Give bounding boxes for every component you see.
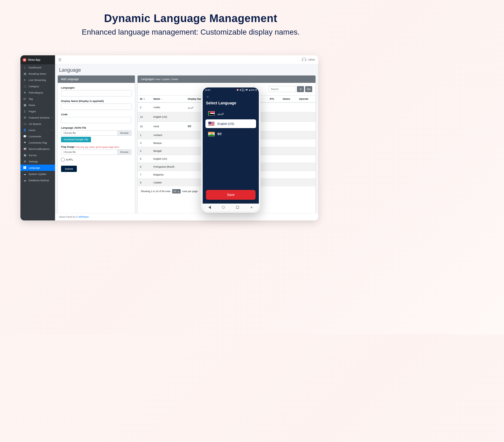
column-header[interactable]: Operate bbox=[297, 96, 315, 103]
is-rtl-checkbox[interactable] bbox=[61, 158, 65, 161]
sidebar-item-breaking-news[interactable]: ▤Breaking News bbox=[20, 71, 55, 77]
add-card-header: Add Language bbox=[58, 75, 135, 83]
rows-per-page-label: rows per page bbox=[182, 190, 198, 193]
app-name: News App bbox=[28, 58, 40, 61]
sidebar-item-comments[interactable]: 💬Comments bbox=[20, 133, 55, 140]
column-header[interactable]: RTL bbox=[267, 96, 280, 103]
refresh-icon: ⟲ bbox=[299, 88, 302, 91]
subcategory-icon: ≋ bbox=[23, 91, 26, 94]
flag-file-input[interactable]: Choose file Browse bbox=[61, 149, 132, 155]
chevron-left-icon: ‹ bbox=[51, 116, 52, 119]
nav-back-icon[interactable] bbox=[208, 206, 211, 209]
stream-icon: ≡ bbox=[23, 78, 26, 81]
cell-id: 1 bbox=[138, 131, 151, 139]
flag-browse-button[interactable]: Browse bbox=[117, 149, 132, 155]
flag-icon bbox=[208, 122, 215, 126]
hero-subtitle: Enhanced language management: Customizab… bbox=[0, 28, 381, 37]
download-sample-button[interactable]: Download Sample File bbox=[61, 137, 91, 142]
code-input[interactable] bbox=[61, 117, 132, 123]
update-icon: ☁ bbox=[23, 172, 26, 175]
is-rtl-row[interactable]: Is RTL bbox=[61, 158, 132, 161]
sidebar-item-news[interactable]: ▦News bbox=[20, 102, 55, 108]
sidebar-item-dashboard[interactable]: ⌂Dashboard bbox=[20, 64, 55, 71]
language-option[interactable]: English (US) bbox=[205, 119, 256, 128]
sidebar-item-label: News bbox=[29, 104, 35, 107]
phone-status-bar: 10:54 ⏰ ▮ 20.0KB/S ☎ ◢ 85% ▮ bbox=[203, 87, 259, 92]
sidebar-item-settings[interactable]: ⚙Settings‹ bbox=[20, 158, 55, 165]
cell-status bbox=[280, 131, 296, 139]
cell-rtl bbox=[267, 179, 280, 187]
sidebar-item-label: Pages bbox=[29, 110, 36, 113]
sidebar-item-ad-spaces[interactable]: ▭Ad Spaces bbox=[20, 121, 55, 127]
back-button[interactable]: ← bbox=[206, 95, 256, 99]
settings-icon: ⚙ bbox=[23, 160, 26, 163]
user-menu[interactable]: Admin bbox=[302, 57, 315, 62]
sidebar-item-category[interactable]: ⬚Category bbox=[20, 83, 55, 89]
hamburger-icon[interactable]: ☰ bbox=[58, 58, 62, 62]
column-header[interactable]: Status bbox=[280, 96, 296, 103]
sidebar-item-send-notifications[interactable]: 📢Send Notifications bbox=[20, 146, 55, 152]
cell-status bbox=[280, 139, 296, 147]
sidebar-item-subcategory[interactable]: ≋Subcategory bbox=[20, 89, 55, 96]
column-header[interactable]: Name⇅ bbox=[151, 96, 185, 103]
footer-link[interactable]: WRTeam bbox=[79, 216, 89, 218]
cell-id: 2 bbox=[138, 102, 151, 112]
submit-button[interactable]: Submit bbox=[61, 166, 77, 172]
display-name-input[interactable] bbox=[61, 104, 132, 110]
phone-mockup: 10:54 ⏰ ▮ 20.0KB/S ☎ ◢ 85% ▮ ← Select La… bbox=[201, 86, 260, 213]
cell-name: Bulgarian bbox=[151, 171, 185, 179]
ad-icon: ▭ bbox=[23, 122, 26, 125]
sidebar-item-label: Database Backup bbox=[29, 179, 49, 182]
language-label: हिंदी bbox=[217, 132, 221, 136]
sidebar-brand[interactable]: News App bbox=[20, 55, 55, 64]
language-list: عربيEnglish (US)हिंदी bbox=[203, 109, 259, 187]
json-browse-button[interactable]: Browse bbox=[117, 130, 132, 136]
cell-status bbox=[280, 163, 296, 171]
language-label: English (US) bbox=[217, 122, 234, 125]
cell-name: Basque bbox=[151, 139, 185, 147]
sidebar-item-language[interactable]: 🅰Language bbox=[20, 165, 55, 171]
battery-label: 85% bbox=[251, 89, 255, 91]
language-option[interactable]: हिंदी bbox=[205, 130, 256, 138]
json-file-input[interactable]: Choose file Browse bbox=[61, 130, 132, 136]
cell-rtl bbox=[267, 171, 280, 179]
sidebar-item-label: Ad Spaces bbox=[29, 122, 41, 125]
signal-icon: ◢ bbox=[249, 89, 250, 91]
cell-name: Amharic bbox=[151, 131, 185, 139]
cell-status bbox=[280, 122, 296, 131]
sidebar-item-system-update[interactable]: ☁System Update bbox=[20, 171, 55, 177]
nav-recent-icon[interactable] bbox=[236, 206, 239, 209]
sidebar-item-comments-flag[interactable]: ⚑Comments Flag bbox=[20, 140, 55, 146]
page-size-select[interactable]: 10 ▲ bbox=[172, 189, 181, 193]
refresh-button[interactable]: ⟲ bbox=[297, 86, 304, 92]
sidebar-item-database-backup[interactable]: ☁Database Backup bbox=[20, 177, 55, 183]
sort-icon: ⇅ bbox=[161, 98, 163, 100]
cell-id: 7 bbox=[138, 171, 151, 179]
language-option[interactable]: عربي bbox=[205, 109, 256, 118]
column-header[interactable]: ID▼ bbox=[138, 96, 151, 103]
sidebar-item-live-streaming[interactable]: ≡Live Streaming bbox=[20, 77, 55, 83]
sidebar-item-label: Survey bbox=[29, 154, 37, 157]
phone-nav-bar: ✦ bbox=[203, 204, 259, 211]
save-button[interactable]: Save bbox=[206, 190, 256, 200]
sidebar-item-tag[interactable]: 🏷Tag bbox=[20, 96, 55, 102]
columns-button[interactable]: ☰▾ bbox=[305, 86, 312, 92]
sidebar-item-users[interactable]: 👤Users‹ bbox=[20, 127, 55, 133]
sidebar: News App ⌂Dashboard▤Breaking News≡Live S… bbox=[20, 55, 55, 220]
chevron-left-icon: ‹ bbox=[51, 129, 52, 131]
flag-file-name: Choose file bbox=[61, 149, 117, 155]
sidebar-item-survey[interactable]: ▣Survey bbox=[20, 152, 55, 158]
nav-home-icon[interactable] bbox=[222, 206, 225, 209]
data-icon: 20.0KB/S bbox=[242, 88, 245, 92]
tag-icon: 🏷 bbox=[23, 97, 26, 100]
sidebar-item-label: Language bbox=[29, 166, 40, 169]
phone-header: ← Select Language bbox=[203, 92, 259, 109]
languages-input[interactable] bbox=[61, 90, 132, 96]
search-input[interactable] bbox=[269, 86, 296, 92]
sidebar-item-pages[interactable]: ▯Pages bbox=[20, 108, 55, 114]
accessibility-icon[interactable]: ✦ bbox=[250, 205, 253, 210]
sidebar-item-featured-sections[interactable]: ☰Featured Sections‹ bbox=[20, 114, 55, 121]
cell-status bbox=[280, 171, 296, 179]
cell-rtl bbox=[267, 131, 280, 139]
avatar-icon bbox=[302, 57, 306, 62]
